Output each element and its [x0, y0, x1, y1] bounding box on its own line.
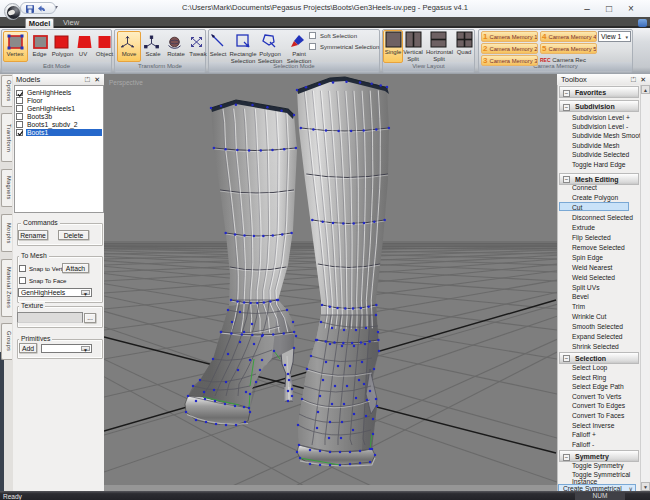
svg-text:Perspective: Perspective	[109, 79, 143, 87]
